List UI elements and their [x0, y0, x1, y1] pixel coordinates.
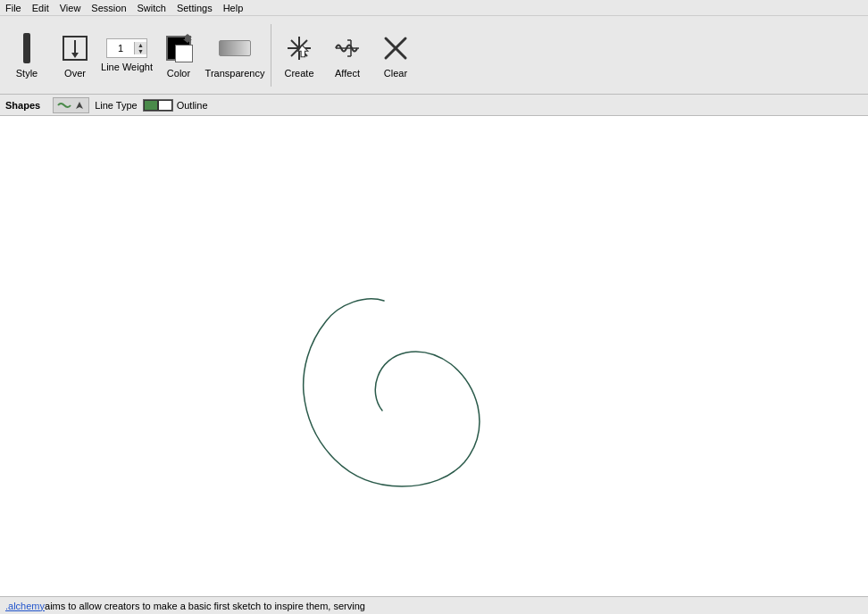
- line-weight-up[interactable]: ▲: [135, 42, 146, 48]
- style-icon: [11, 32, 43, 64]
- status-bar: .alchemy aims to allow creators to make …: [0, 596, 868, 614]
- color-label: Color: [167, 68, 190, 79]
- line-type-label: Line Type: [95, 100, 138, 111]
- style-label: Style: [16, 68, 38, 79]
- color-swatch-bg: [175, 45, 193, 62]
- line-weight-down[interactable]: ▼: [135, 48, 146, 54]
- create-label: Create: [284, 68, 313, 79]
- line-weight-input-group[interactable]: ▲ ▼: [106, 38, 147, 58]
- color-icon: [163, 32, 195, 64]
- svg-marker-2: [71, 53, 79, 58]
- canvas-area[interactable]: [0, 116, 868, 596]
- clear-button[interactable]: Clear: [372, 21, 419, 90]
- menu-session[interactable]: Session: [91, 3, 126, 13]
- outline-swatch-white[interactable]: [158, 100, 172, 111]
- over-button[interactable]: Over: [52, 21, 98, 90]
- status-description: aims to allow creators to make a basic f…: [45, 601, 365, 611]
- line-weight-button[interactable]: ▲ ▼ Line Weight: [100, 21, 154, 90]
- shapes-bar: Shapes Line Type Outline: [0, 95, 868, 116]
- shapes-label: Shapes: [5, 100, 40, 111]
- sketch-path-1: [304, 299, 480, 486]
- menu-file[interactable]: File: [5, 3, 21, 13]
- menu-bar: File Edit View Session Switch Settings H…: [0, 0, 868, 16]
- line-weight-label: Line Weight: [101, 62, 153, 72]
- drawing-canvas[interactable]: [0, 116, 868, 596]
- status-link[interactable]: .alchemy: [5, 601, 45, 611]
- create-button[interactable]: Create: [276, 21, 322, 90]
- toolbar: Style Over ▲ ▼ Line Weight: [0, 16, 868, 95]
- line-type-arrow-icon: [74, 100, 85, 111]
- menu-settings[interactable]: Settings: [177, 3, 213, 13]
- outline-group: Outline: [143, 99, 208, 112]
- transparency-label: Transparency: [205, 68, 265, 79]
- over-icon: [59, 32, 91, 64]
- transparency-icon: [219, 32, 251, 64]
- transparency-button[interactable]: Transparency: [204, 21, 266, 90]
- line-type-solid-icon[interactable]: [57, 100, 71, 111]
- line-weight-icon: ▲ ▼: [111, 38, 143, 58]
- toolbar-divider-1: [271, 24, 271, 87]
- over-label: Over: [64, 68, 86, 79]
- affect-label: Affect: [335, 68, 360, 79]
- shapes-controls: Line Type Outline: [53, 97, 207, 113]
- outline-label: Outline: [177, 100, 208, 111]
- svg-marker-14: [76, 102, 83, 109]
- affect-button[interactable]: Affect: [324, 21, 371, 90]
- line-weight-spinner: ▲ ▼: [134, 42, 146, 54]
- affect-icon: [331, 32, 363, 64]
- clear-label: Clear: [384, 68, 407, 79]
- menu-help[interactable]: Help: [223, 3, 244, 13]
- menu-edit[interactable]: Edit: [32, 3, 49, 13]
- clear-icon: [380, 32, 412, 64]
- menu-view[interactable]: View: [60, 3, 81, 13]
- transparency-bar: [219, 40, 251, 56]
- line-weight-input[interactable]: [107, 39, 134, 57]
- outline-swatch-green[interactable]: [144, 100, 158, 111]
- style-button[interactable]: Style: [4, 21, 50, 90]
- create-icon: [283, 32, 315, 64]
- color-button[interactable]: Color: [155, 21, 202, 90]
- menu-switch[interactable]: Switch: [138, 3, 166, 13]
